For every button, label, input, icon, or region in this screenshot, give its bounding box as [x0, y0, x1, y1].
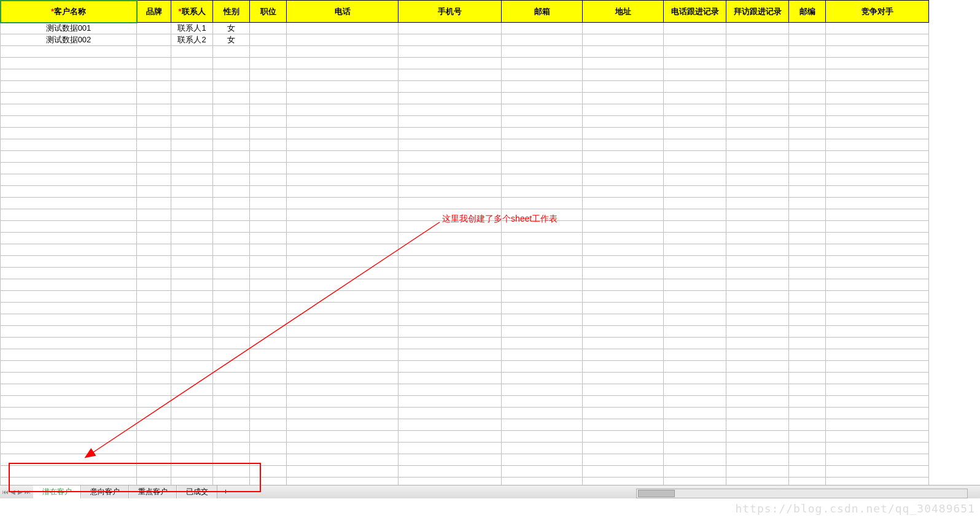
cell[interactable] — [583, 81, 664, 93]
cell[interactable] — [826, 314, 929, 326]
cell[interactable] — [826, 233, 929, 244]
cell[interactable] — [250, 104, 287, 116]
cell[interactable] — [287, 268, 399, 279]
column-header[interactable]: 地址 — [583, 1, 664, 23]
cell[interactable] — [789, 128, 826, 139]
cell[interactable] — [789, 23, 826, 34]
cell[interactable] — [213, 349, 250, 361]
cell[interactable] — [171, 279, 213, 291]
cell[interactable] — [664, 163, 726, 174]
cell[interactable] — [583, 361, 664, 373]
cell[interactable] — [287, 466, 399, 478]
cell[interactable] — [137, 233, 171, 244]
cell[interactable] — [664, 244, 726, 256]
cell[interactable] — [171, 338, 213, 349]
nav-last-icon[interactable]: ⏭ — [25, 488, 31, 497]
cell[interactable] — [250, 244, 287, 256]
cell[interactable] — [250, 221, 287, 233]
cell[interactable] — [1, 163, 137, 174]
cell[interactable] — [171, 139, 213, 151]
cell[interactable] — [1, 454, 137, 466]
cell[interactable] — [399, 186, 502, 198]
cell[interactable] — [726, 454, 789, 466]
cell[interactable] — [826, 326, 929, 338]
cell[interactable] — [726, 361, 789, 373]
cell[interactable] — [583, 163, 664, 174]
cell[interactable] — [287, 58, 399, 69]
cell[interactable] — [1, 116, 137, 128]
cell[interactable] — [287, 221, 399, 233]
cell[interactable] — [826, 34, 929, 46]
cell[interactable] — [213, 408, 250, 419]
nav-prev-icon[interactable]: ◀ — [10, 488, 16, 497]
cell[interactable] — [664, 116, 726, 128]
cell[interactable] — [664, 128, 726, 139]
cell[interactable] — [502, 466, 583, 478]
cell[interactable] — [826, 373, 929, 384]
cell[interactable]: 测试数据002 — [1, 34, 137, 46]
cell[interactable] — [171, 69, 213, 81]
cell[interactable]: 女 — [213, 34, 250, 46]
cell[interactable] — [726, 314, 789, 326]
cell[interactable] — [502, 419, 583, 431]
cell[interactable] — [250, 314, 287, 326]
cell[interactable] — [826, 198, 929, 209]
cell[interactable] — [1, 466, 137, 478]
cell[interactable] — [213, 303, 250, 314]
cell[interactable] — [137, 174, 171, 186]
cell[interactable] — [726, 396, 789, 408]
cell[interactable] — [726, 431, 789, 443]
cell[interactable] — [826, 361, 929, 373]
cell[interactable] — [171, 151, 213, 163]
cell[interactable] — [399, 198, 502, 209]
cell[interactable] — [171, 128, 213, 139]
cell[interactable] — [664, 279, 726, 291]
cell[interactable] — [250, 116, 287, 128]
cell[interactable] — [664, 104, 726, 116]
cell[interactable] — [171, 186, 213, 198]
cell[interactable] — [502, 431, 583, 443]
cell[interactable] — [213, 338, 250, 349]
cell[interactable] — [171, 221, 213, 233]
cell[interactable] — [137, 58, 171, 69]
cell[interactable] — [1, 384, 137, 396]
cell[interactable] — [137, 104, 171, 116]
cell[interactable] — [583, 419, 664, 431]
cell[interactable] — [826, 419, 929, 431]
cell[interactable] — [726, 23, 789, 34]
cell[interactable] — [583, 58, 664, 69]
column-header[interactable]: 电话跟进记录 — [664, 1, 726, 23]
cell[interactable] — [1, 58, 137, 69]
cell[interactable] — [399, 128, 502, 139]
cell[interactable] — [137, 151, 171, 163]
cell[interactable] — [726, 338, 789, 349]
sheet-tab[interactable]: 潜在客户 — [33, 485, 81, 499]
cell[interactable] — [664, 23, 726, 34]
cell[interactable] — [137, 279, 171, 291]
cell[interactable] — [250, 303, 287, 314]
cell[interactable] — [664, 58, 726, 69]
cell[interactable] — [789, 361, 826, 373]
cell[interactable] — [171, 198, 213, 209]
cell[interactable] — [287, 326, 399, 338]
cell[interactable] — [1, 431, 137, 443]
cell[interactable] — [137, 443, 171, 454]
cell[interactable] — [213, 291, 250, 303]
cell[interactable] — [664, 46, 726, 58]
cell[interactable] — [726, 81, 789, 93]
cell[interactable] — [583, 454, 664, 466]
cell[interactable] — [1, 396, 137, 408]
cell[interactable] — [726, 303, 789, 314]
cell[interactable] — [664, 256, 726, 268]
cell[interactable] — [250, 396, 287, 408]
cell[interactable] — [171, 174, 213, 186]
cell[interactable] — [826, 443, 929, 454]
cell[interactable] — [1, 291, 137, 303]
cell[interactable] — [250, 46, 287, 58]
cell[interactable] — [1, 104, 137, 116]
sheet-tab[interactable]: 已成交 — [177, 485, 217, 498]
cell[interactable] — [789, 58, 826, 69]
cell[interactable] — [583, 186, 664, 198]
cell[interactable] — [502, 314, 583, 326]
cell[interactable] — [789, 34, 826, 46]
